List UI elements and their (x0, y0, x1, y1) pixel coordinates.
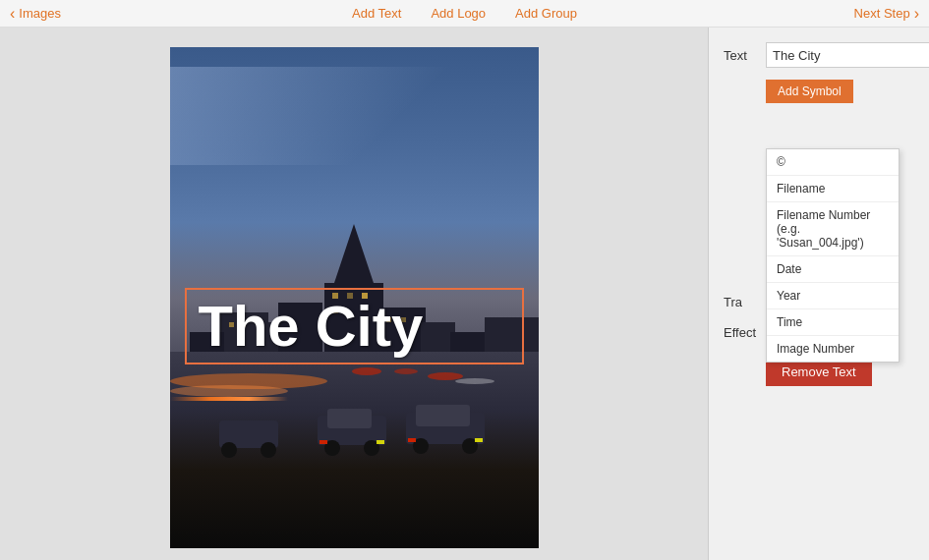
next-chevron-icon (914, 5, 919, 23)
sky-clouds (170, 67, 539, 165)
text-input[interactable] (766, 42, 929, 68)
overlay-text: The City (199, 294, 424, 358)
dropdown-item-filename-number[interactable]: Filename Number (e.g. 'Susan_004.jpg') (767, 202, 899, 256)
cars-icon (170, 381, 539, 460)
back-chevron-icon (10, 5, 15, 23)
next-step-button[interactable]: Next Step (854, 5, 919, 23)
symbol-dropdown: © Filename Filename Number (e.g. 'Susan_… (766, 148, 900, 363)
svg-rect-25 (327, 409, 372, 428)
top-nav: Images Add Text Add Logo Add Group Next … (0, 0, 929, 28)
main-content: The City Text Add Symbol © Filename File… (0, 28, 929, 560)
add-symbol-button[interactable]: Add Symbol (766, 80, 853, 103)
text-overlay[interactable]: The City (185, 288, 524, 364)
add-symbol-container: Add Symbol © Filename Filename Number (e… (724, 80, 914, 103)
svg-rect-28 (319, 440, 327, 444)
effect-label: Effect (724, 325, 758, 340)
svg-rect-31 (416, 405, 470, 426)
svg-point-38 (261, 442, 276, 458)
svg-rect-34 (408, 438, 416, 442)
svg-point-37 (221, 442, 237, 458)
dropdown-item-image-number[interactable]: Image Number (767, 336, 899, 362)
right-panel: Text Add Symbol © Filename Filename Numb… (708, 28, 929, 560)
text-field-row: Text (724, 42, 914, 68)
svg-rect-35 (475, 438, 483, 442)
add-text-button[interactable]: Add Text (352, 6, 401, 21)
dropdown-item-date[interactable]: Date (767, 256, 899, 283)
nav-center: Add Text Add Logo Add Group (352, 6, 577, 21)
image-container: The City (170, 47, 539, 548)
transform-label: Tra (724, 295, 758, 309)
add-logo-button[interactable]: Add Logo (431, 6, 486, 21)
svg-rect-29 (377, 440, 384, 444)
dropdown-item-time[interactable]: Time (767, 309, 899, 336)
back-label: Images (19, 6, 61, 21)
add-group-button[interactable]: Add Group (515, 6, 577, 21)
svg-point-22 (428, 372, 463, 380)
next-step-label: Next Step (854, 6, 910, 21)
image-area: The City (0, 28, 708, 560)
dropdown-item-year[interactable]: Year (767, 283, 899, 309)
photo-background: The City (170, 47, 539, 548)
dropdown-item-copyright[interactable]: © (767, 149, 899, 176)
back-button[interactable]: Images (10, 5, 61, 23)
svg-point-21 (394, 368, 418, 374)
svg-point-20 (352, 367, 381, 375)
text-label: Text (724, 48, 758, 63)
svg-marker-1 (334, 224, 374, 283)
dropdown-item-filename[interactable]: Filename (767, 176, 899, 202)
